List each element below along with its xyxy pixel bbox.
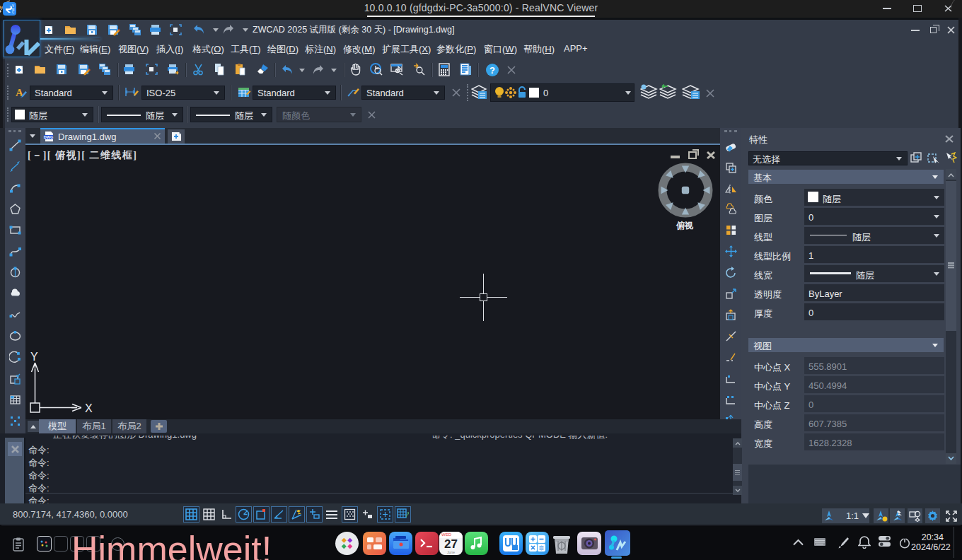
svg-text:DWG: DWG [44,135,53,139]
svg-text:?: ? [489,65,495,76]
svg-text:Y: Y [30,351,38,363]
svg-text:X: X [85,402,93,414]
svg-text:C: C [12,11,15,14]
